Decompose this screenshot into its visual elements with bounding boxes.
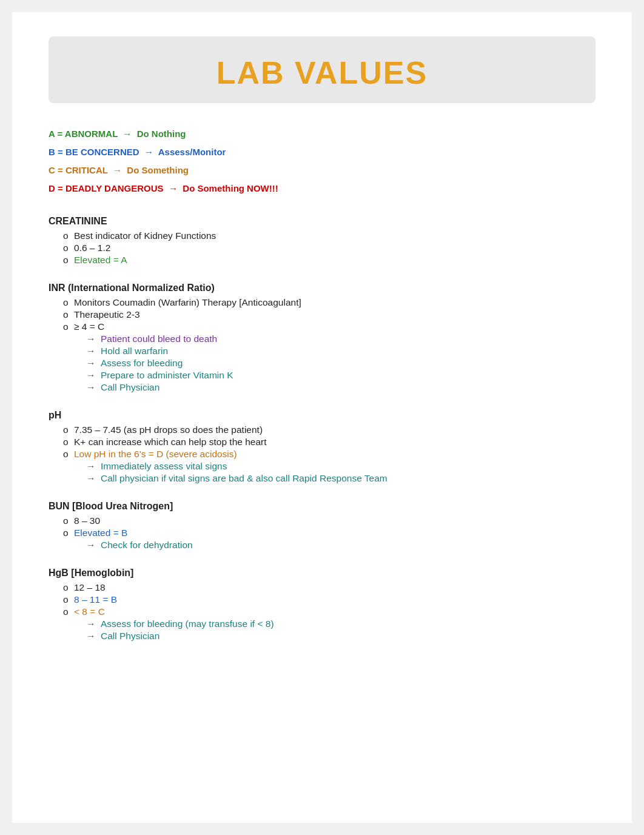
page: LAB VALUES A = ABNORMAL → Do Nothing B =…	[12, 12, 632, 823]
list-item: Hold all warfarin	[86, 346, 595, 357]
page-title: LAB VALUES	[61, 55, 583, 91]
list-item: K+ can increase which can help stop the …	[63, 437, 595, 448]
creatinine-elevated: Elevated = A	[74, 255, 127, 265]
ph-list: 7.35 – 7.45 (as pH drops so does the pat…	[49, 424, 595, 484]
bun-sub-list: Check for dehydration	[74, 540, 595, 551]
list-item: Call physician if vital signs are bad & …	[86, 473, 595, 484]
hgb-c: < 8 = C	[74, 606, 105, 617]
legend-b-text: B = BE CONCERNED → Assess/Monitor	[49, 147, 226, 157]
inr-sub-4: Prepare to administer Vitamin K	[101, 370, 233, 380]
section-bun: BUN [Blood Urea Nitrogen] 8 – 30 Elevate…	[49, 501, 595, 551]
legend-c: C = CRITICAL → Do Something	[49, 161, 595, 179]
list-item: Patient could bleed to death	[86, 334, 595, 344]
section-ph-title: pH	[49, 410, 595, 421]
list-item: Best indicator of Kidney Functions	[63, 230, 595, 241]
creatinine-list: Best indicator of Kidney Functions 0.6 –…	[49, 230, 595, 266]
legend-a-text: A = ABNORMAL → Do Nothing	[49, 129, 186, 139]
list-item: Immediately assess vital signs	[86, 461, 595, 472]
list-item: ≥ 4 = C Patient could bleed to death Hol…	[63, 321, 595, 393]
list-item: 8 – 11 = B	[63, 594, 595, 605]
inr-sub-3: Assess for bleeding	[101, 358, 183, 368]
ph-sub-2: Call physician if vital signs are bad & …	[101, 473, 387, 483]
ph-sub-1: Immediately assess vital signs	[101, 461, 227, 471]
list-item: Monitors Coumadin (Warfarin) Therapy [An…	[63, 297, 595, 308]
hgb-sub-list: Assess for bleeding (may transfuse if < …	[74, 619, 595, 642]
ph-sub-list: Immediately assess vital signs Call phys…	[74, 461, 595, 484]
section-creatinine-title: CREATININE	[49, 216, 595, 227]
bun-list: 8 – 30 Elevated = B Check for dehydratio…	[49, 515, 595, 551]
hgb-list: 12 – 18 8 – 11 = B < 8 = C Assess for bl…	[49, 582, 595, 642]
list-item: Prepare to administer Vitamin K	[86, 370, 595, 381]
inr-sub-5: Call Physician	[101, 382, 159, 392]
inr-sub-1: Patient could bleed to death	[101, 334, 217, 344]
inr-sub-2: Hold all warfarin	[101, 346, 168, 356]
section-ph: pH 7.35 – 7.45 (as pH drops so does the …	[49, 410, 595, 484]
list-item: Elevated = B Check for dehydration	[63, 528, 595, 551]
section-hgb: HgB [Hemoglobin] 12 – 18 8 – 11 = B < 8 …	[49, 568, 595, 642]
hgb-sub-2: Call Physician	[101, 631, 159, 641]
hgb-b: 8 – 11 = B	[74, 594, 117, 605]
hgb-sub-1: Assess for bleeding (may transfuse if < …	[101, 619, 274, 629]
list-item: Elevated = A	[63, 255, 595, 266]
legend-d: D = DEADLY DANGEROUS → Do Something NOW!…	[49, 179, 595, 198]
section-inr: INR (International Normalized Ratio) Mon…	[49, 283, 595, 393]
list-item: Call Physician	[86, 631, 595, 642]
title-box: LAB VALUES	[49, 36, 595, 103]
legend-c-text: C = CRITICAL → Do Something	[49, 165, 189, 175]
list-item: Assess for bleeding	[86, 358, 595, 369]
legend-d-text: D = DEADLY DANGEROUS → Do Something NOW!…	[49, 183, 278, 193]
section-hgb-title: HgB [Hemoglobin]	[49, 568, 595, 578]
list-item: Check for dehydration	[86, 540, 595, 551]
section-bun-title: BUN [Blood Urea Nitrogen]	[49, 501, 595, 512]
ph-low: Low pH in the 6's = D (severe acidosis)	[74, 449, 237, 459]
list-item: 0.6 – 1.2	[63, 243, 595, 253]
list-item: < 8 = C Assess for bleeding (may transfu…	[63, 606, 595, 642]
bun-elevated: Elevated = B	[74, 528, 127, 538]
legend: A = ABNORMAL → Do Nothing B = BE CONCERN…	[49, 125, 595, 198]
list-item: Low pH in the 6's = D (severe acidosis) …	[63, 449, 595, 484]
list-item: Call Physician	[86, 382, 595, 393]
bun-sub-1: Check for dehydration	[101, 540, 193, 550]
list-item: Assess for bleeding (may transfuse if < …	[86, 619, 595, 629]
list-item: 7.35 – 7.45 (as pH drops so does the pat…	[63, 424, 595, 435]
list-item: 8 – 30	[63, 515, 595, 526]
legend-b: B = BE CONCERNED → Assess/Monitor	[49, 143, 595, 161]
section-inr-title: INR (International Normalized Ratio)	[49, 283, 595, 293]
section-creatinine: CREATININE Best indicator of Kidney Func…	[49, 216, 595, 266]
list-item: Therapeutic 2-3	[63, 309, 595, 320]
inr-list: Monitors Coumadin (Warfarin) Therapy [An…	[49, 297, 595, 393]
list-item: 12 – 18	[63, 582, 595, 593]
legend-a: A = ABNORMAL → Do Nothing	[49, 125, 595, 143]
inr-sub-list: Patient could bleed to death Hold all wa…	[74, 334, 595, 393]
